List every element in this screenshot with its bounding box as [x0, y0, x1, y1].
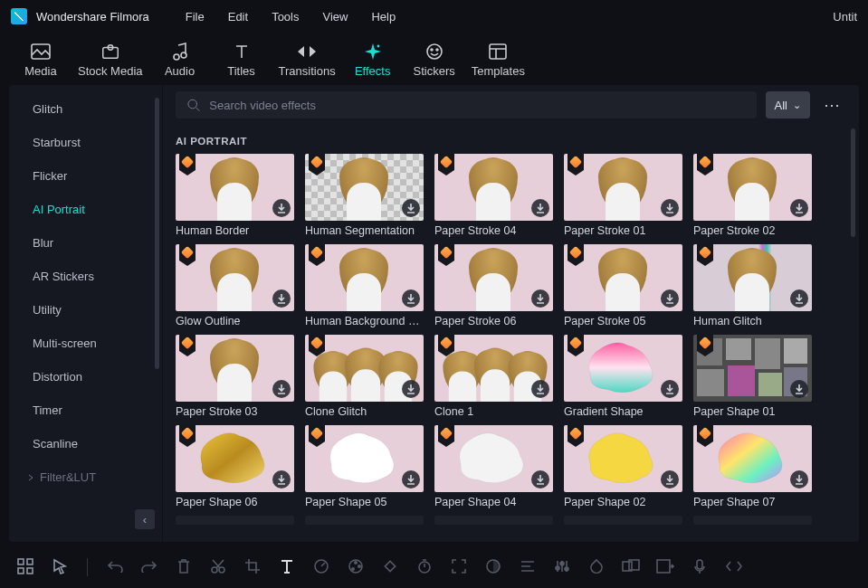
sidebar-item-ai-portrait[interactable]: AI Portrait [9, 193, 162, 226]
download-button[interactable] [790, 380, 808, 398]
download-button[interactable] [402, 380, 420, 398]
chroma-button[interactable] [586, 556, 607, 578]
menu-view[interactable]: View [322, 10, 348, 24]
effect-card[interactable]: Paper Shape 05 [305, 425, 424, 508]
effect-card[interactable]: Human Border [176, 154, 294, 237]
download-button[interactable] [790, 289, 808, 308]
download-button[interactable] [272, 199, 291, 217]
sidebar-item-filter-lut[interactable]: Filter&LUT [9, 460, 162, 494]
tab-templates[interactable]: Templates [472, 43, 525, 78]
download-button[interactable] [402, 470, 420, 488]
sidebar-item-starburst[interactable]: Starburst [9, 126, 162, 159]
sidebar-item-multi-screen[interactable]: Multi-screen [9, 327, 162, 360]
tab-media[interactable]: Media [16, 43, 65, 78]
more-options-button[interactable]: ⋯ [819, 91, 846, 119]
effect-card[interactable]: Paper Stroke 03 [176, 335, 294, 418]
effect-card[interactable]: Paper Shape 07 [693, 425, 812, 508]
download-button[interactable] [790, 470, 808, 488]
filter-dropdown[interactable]: All ⌄ [766, 91, 810, 119]
effect-card[interactable]: Paper Stroke 05 [564, 244, 682, 327]
download-button[interactable] [531, 380, 549, 398]
effect-card[interactable]: Clone Glitch [305, 335, 424, 418]
sidebar-item-utility[interactable]: Utility [9, 293, 162, 327]
effect-card[interactable]: Paper Shape 04 [434, 425, 553, 508]
effect-card[interactable] [176, 516, 294, 525]
sidebar-scrollbar[interactable] [155, 98, 159, 369]
keyframe-button[interactable] [379, 556, 401, 578]
effect-card[interactable] [693, 516, 812, 525]
effect-card[interactable]: Paper Shape 02 [564, 425, 682, 508]
export-frame-button[interactable] [654, 556, 676, 578]
effects-grid-wrap[interactable]: Human Border Human Segmentation Paper St… [163, 150, 859, 542]
download-button[interactable] [272, 380, 291, 398]
color-button[interactable] [345, 556, 367, 578]
effect-card[interactable] [434, 516, 553, 525]
download-button[interactable] [661, 289, 679, 308]
effect-card[interactable]: Paper Shape 06 [176, 425, 294, 508]
mask-button[interactable] [482, 556, 504, 578]
tab-titles[interactable]: Titles [217, 43, 266, 78]
align-button[interactable] [517, 556, 539, 578]
effect-card[interactable]: Human Glitch [693, 244, 812, 327]
fit-button[interactable] [448, 556, 470, 578]
download-button[interactable] [272, 289, 291, 308]
sidebar-item-timer[interactable]: Timer [9, 394, 162, 427]
group-button[interactable] [620, 556, 642, 578]
download-button[interactable] [402, 199, 420, 217]
download-button[interactable] [531, 199, 549, 217]
effect-card[interactable]: Clone 1 [434, 335, 553, 418]
menu-tools[interactable]: Tools [272, 10, 299, 24]
download-button[interactable] [661, 380, 679, 398]
code-button[interactable] [723, 556, 745, 578]
content-scrollbar[interactable] [851, 128, 855, 237]
download-button[interactable] [661, 470, 679, 488]
tab-stickers[interactable]: Stickers [410, 43, 459, 78]
effect-card[interactable]: Paper Stroke 01 [564, 154, 682, 237]
download-button[interactable] [531, 470, 549, 488]
download-button[interactable] [790, 199, 808, 217]
speed-button[interactable] [310, 556, 332, 578]
download-button[interactable] [661, 199, 679, 217]
grid-button[interactable] [14, 556, 36, 578]
download-button[interactable] [402, 289, 420, 308]
search-box[interactable] [176, 91, 757, 119]
search-input[interactable] [209, 99, 745, 112]
tab-audio[interactable]: Audio [156, 43, 205, 78]
sidebar-scroll[interactable]: GlitchStarburstFlickerAI PortraitBlurAR … [9, 92, 162, 506]
effect-card[interactable] [305, 516, 424, 525]
effect-card[interactable]: Paper Shape 01 [693, 335, 812, 418]
menu-edit[interactable]: Edit [228, 10, 248, 24]
undo-button[interactable] [104, 556, 126, 578]
sidebar-item-blur[interactable]: Blur [9, 226, 162, 260]
crop-button[interactable] [242, 556, 263, 578]
download-button[interactable] [531, 289, 549, 308]
sidebar-item-ar-stickers[interactable]: AR Stickers [9, 260, 162, 293]
menu-help[interactable]: Help [371, 10, 396, 24]
tab-transitions[interactable]: Transitions [279, 43, 336, 78]
cut-button[interactable] [207, 556, 229, 578]
equalizer-button[interactable] [551, 556, 573, 578]
tab-stockmedia[interactable]: Stock Media [78, 43, 143, 78]
effect-card[interactable]: Paper Stroke 06 [434, 244, 553, 327]
sidebar-item-glitch[interactable]: Glitch [9, 92, 162, 126]
pointer-button[interactable] [49, 556, 71, 578]
effect-card[interactable]: Human Background Bl… [305, 244, 424, 327]
sidebar-item-flicker[interactable]: Flicker [9, 159, 162, 193]
trash-button[interactable] [173, 556, 195, 578]
redo-button[interactable] [138, 556, 160, 578]
sidebar-item-distortion[interactable]: Distortion [9, 360, 162, 394]
sidebar-item-scanline[interactable]: Scanline [9, 427, 162, 460]
effect-card[interactable]: Paper Stroke 04 [434, 154, 553, 237]
download-button[interactable] [272, 470, 291, 488]
menu-file[interactable]: File [186, 10, 205, 24]
effect-card[interactable]: Glow Outline [176, 244, 294, 327]
effect-card[interactable]: Gradient Shape [564, 335, 682, 418]
effect-card[interactable] [564, 516, 682, 525]
collapse-sidebar-button[interactable]: ‹ [135, 509, 155, 529]
voiceover-button[interactable] [689, 556, 711, 578]
effect-card[interactable]: Human Segmentation [305, 154, 424, 237]
effect-card[interactable]: Paper Stroke 02 [693, 154, 812, 237]
timer-button[interactable] [414, 556, 435, 578]
text-tool-button[interactable] [276, 556, 298, 578]
tab-effects[interactable]: Effects [348, 43, 397, 78]
